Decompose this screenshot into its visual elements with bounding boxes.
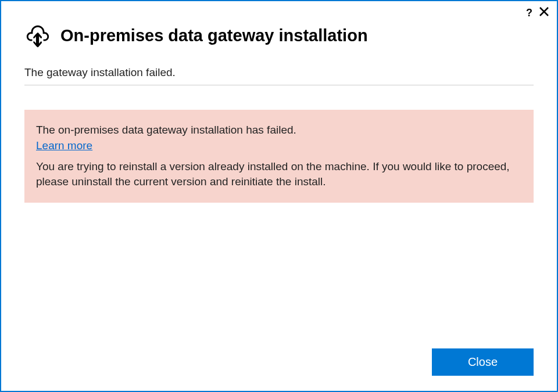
learn-more-link[interactable]: Learn more [36,139,92,152]
cloud-install-icon [24,22,51,49]
error-headline: The on-premises data gateway installatio… [36,123,522,138]
titlebar-controls: ? [526,7,549,18]
status-message: The gateway installation failed. [24,66,534,85]
footer: Close [1,348,557,391]
page-title: On-premises data gateway installation [60,26,368,45]
help-icon[interactable]: ? [526,8,532,18]
close-icon[interactable] [539,7,549,18]
close-button[interactable]: Close [432,348,534,376]
content-area: The gateway installation failed. The on-… [1,60,557,348]
error-panel: The on-premises data gateway installatio… [24,110,534,203]
header: On-premises data gateway installation [1,1,557,60]
installer-window: ? On-premises data gateway installation … [0,0,558,392]
error-detail: You are trying to reinstall a version al… [36,159,522,190]
